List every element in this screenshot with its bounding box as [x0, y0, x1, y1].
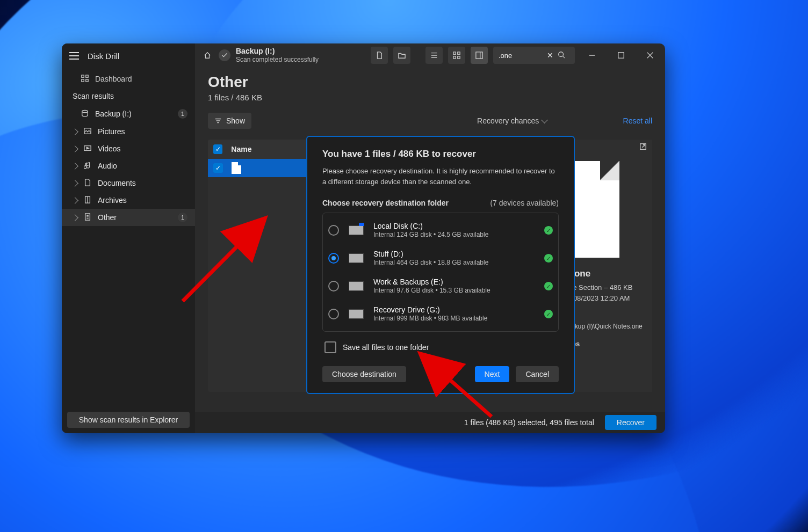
sidebar-scan-root[interactable]: Backup (I:) 1	[62, 105, 195, 123]
radio-icon	[328, 309, 339, 319]
device-list: Local Disk (C:)Internal 124 GB disk • 24…	[322, 213, 559, 332]
sidebar-category-documents[interactable]: Documents	[62, 174, 195, 192]
svg-rect-15	[618, 53, 624, 59]
other-icon	[84, 213, 91, 222]
scan-root-label: Backup (I:)	[95, 110, 132, 118]
ok-check-icon: ✓	[544, 226, 553, 235]
svg-rect-3	[86, 79, 88, 81]
window-maximize-button[interactable]	[609, 47, 633, 64]
device-details: Internal 464 GB disk • 18.8 GB available	[373, 259, 535, 267]
file-icon	[232, 162, 241, 174]
hamburger-icon[interactable]	[69, 52, 79, 60]
breadcrumb-title: Backup (I:)	[236, 47, 319, 56]
page-subtitle: 1 files / 486 KB	[208, 93, 652, 102]
sidebar-category-audio[interactable]: Audio	[62, 157, 195, 174]
view-list-button[interactable]	[425, 47, 443, 64]
sidebar-category-videos[interactable]: Videos	[62, 140, 195, 157]
statusbar: 1 files (486 KB) selected, 495 files tot…	[195, 412, 665, 433]
home-button[interactable]	[201, 49, 213, 61]
svg-rect-0	[82, 75, 84, 77]
audio-icon	[84, 162, 91, 171]
radio-icon	[328, 281, 339, 291]
sidebar-category-pictures[interactable]: Pictures	[62, 123, 195, 140]
sidebar-category-other[interactable]: Other1	[62, 209, 195, 226]
dashboard-label: Dashboard	[95, 75, 132, 83]
drive-icon	[81, 110, 89, 119]
search-input[interactable]	[497, 51, 543, 60]
scan-root-badge: 1	[178, 109, 187, 119]
drive-icon	[349, 309, 364, 319]
sidebar: Disk Drill Dashboard Scan results Backup…	[62, 43, 195, 433]
choose-destination-button[interactable]: Choose destination	[322, 366, 406, 382]
filter-show-button[interactable]: Show	[208, 113, 251, 129]
category-label: Pictures	[98, 127, 125, 136]
svg-rect-13	[476, 52, 482, 59]
svg-rect-2	[82, 79, 84, 81]
view-folder-button[interactable]	[393, 47, 410, 64]
svg-rect-11	[453, 56, 456, 59]
clear-search-icon[interactable]: ✕	[547, 51, 553, 60]
device-name: Stuff (D:)	[373, 249, 535, 259]
reset-filters-link[interactable]: Reset all	[623, 116, 652, 125]
scan-results-label: Scan results	[62, 88, 195, 105]
radio-icon	[328, 253, 339, 264]
view-file-button[interactable]	[371, 47, 388, 64]
drive-icon	[349, 253, 364, 263]
page-title: Other	[208, 74, 652, 91]
search-icon[interactable]	[558, 51, 565, 60]
save-all-to-one-folder-checkbox[interactable]: Save all files to one folder	[324, 341, 559, 353]
device-details: Internal 124 GB disk • 24.5 GB available	[373, 231, 535, 239]
ok-check-icon: ✓	[544, 310, 553, 318]
sidebar-item-dashboard[interactable]: Dashboard	[62, 70, 195, 88]
chevron-right-icon	[71, 214, 78, 221]
chevron-right-icon	[71, 163, 78, 170]
dashboard-icon	[81, 75, 89, 84]
row-checkbox[interactable]: ✓	[213, 163, 223, 173]
device-name: Work & Backups (E:)	[373, 277, 535, 287]
drive-icon	[349, 281, 364, 291]
window-close-button[interactable]	[638, 47, 662, 64]
scan-status-icon	[219, 49, 230, 61]
pop-out-icon[interactable]	[639, 143, 647, 152]
show-in-explorer-button[interactable]: Show scan results in Explorer	[67, 412, 190, 428]
device-details: Internal 97.6 GB disk • 15.3 GB availabl…	[373, 287, 535, 295]
device-name: Local Disk (C:)	[373, 221, 535, 231]
next-button[interactable]: Next	[475, 366, 510, 382]
recovery-destination-dialog: You have 1 files / 486 KB to recover Ple…	[306, 136, 575, 394]
checkbox-icon	[324, 341, 336, 353]
archives-icon	[84, 196, 91, 205]
window-minimize-button[interactable]	[580, 47, 604, 64]
documents-icon	[84, 179, 91, 188]
svg-rect-12	[458, 56, 460, 59]
radio-icon	[328, 225, 339, 236]
svg-rect-1	[86, 75, 88, 77]
cancel-button[interactable]: Cancel	[516, 366, 559, 382]
device-option[interactable]: Work & Backups (E:)Internal 97.6 GB disk…	[328, 272, 553, 300]
device-option[interactable]: Local Disk (C:)Internal 124 GB disk • 24…	[328, 216, 553, 244]
category-label: Videos	[98, 144, 121, 153]
filter-chances[interactable]: Recovery chances	[477, 116, 547, 125]
recover-button[interactable]: Recover	[605, 415, 656, 430]
sidebar-category-archives[interactable]: Archives	[62, 192, 195, 209]
category-label: Audio	[98, 162, 117, 170]
breadcrumb-subtitle: Scan completed successfully	[236, 56, 319, 63]
view-preview-button[interactable]	[471, 47, 488, 64]
dialog-hint: Please choose recovery destination. It i…	[322, 166, 559, 187]
ok-check-icon: ✓	[544, 282, 553, 290]
device-name: Recovery Drive (G:)	[373, 305, 535, 315]
search-field[interactable]: ✕	[493, 47, 575, 64]
svg-rect-9	[453, 52, 456, 54]
dialog-title: You have 1 files / 486 KB to recover	[322, 149, 559, 159]
app-window: Disk Drill Dashboard Scan results Backup…	[62, 43, 665, 433]
device-option[interactable]: Recovery Drive (G:)Internal 999 MB disk …	[328, 300, 553, 328]
select-all-checkbox[interactable]: ✓	[213, 144, 222, 154]
category-label: Archives	[98, 196, 127, 205]
svg-point-4	[82, 110, 88, 112]
category-label: Documents	[98, 179, 136, 187]
device-option[interactable]: Stuff (D:)Internal 464 GB disk • 18.8 GB…	[328, 244, 553, 272]
chevron-right-icon	[71, 197, 78, 204]
ok-check-icon: ✓	[544, 254, 553, 263]
view-grid-button[interactable]	[448, 47, 465, 64]
svg-rect-10	[458, 52, 460, 54]
chevron-down-icon	[541, 116, 548, 123]
